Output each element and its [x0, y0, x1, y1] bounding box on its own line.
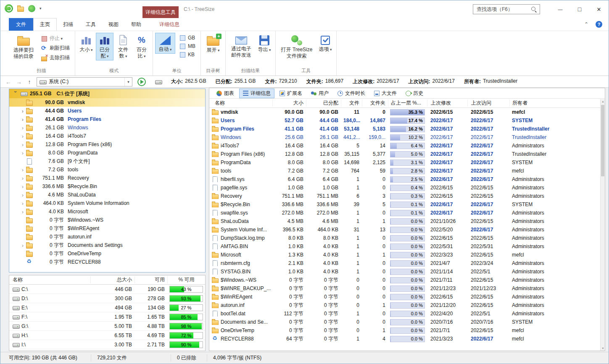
col-drive-total[interactable]: 总大小 — [90, 276, 134, 283]
tab-help[interactable]: 帮助 — [125, 18, 148, 31]
scrollbar-thumb[interactable] — [601, 105, 604, 176]
maximize-button[interactable] — [570, 0, 589, 18]
tab-file[interactable]: 文件 — [9, 18, 33, 31]
table-row[interactable]: OneDriveTemp0 字节0 字节010.0 %2021/7/12022/… — [209, 326, 605, 335]
tree-item[interactable]: 16.4 GBi4Tools7 — [9, 132, 205, 140]
expand-icon[interactable] — [19, 183, 26, 190]
unit-mb-button[interactable]: MB — [177, 43, 198, 50]
drive-row[interactable]: G:\5.00 TB4.88 TB98 % — [9, 322, 205, 331]
tab-view[interactable]: 视图 — [102, 18, 125, 31]
tab-details[interactable]: 详细信息 — [239, 89, 274, 98]
table-row[interactable]: pagefile.sys1.0 GB1.0 GB100.4 %2022/6/15… — [209, 183, 605, 192]
table-row[interactable]: RECYCLER8864 字节0 字节140.0 %2021/3/232022/… — [209, 335, 605, 343]
vertical-scrollbar[interactable] — [600, 99, 605, 351]
expand-icon[interactable] — [19, 116, 26, 123]
tree-item[interactable]: 0 字节$WinREAgent — [9, 224, 205, 233]
collapse-ribbon-icon[interactable] — [580, 18, 593, 31]
col-folders[interactable]: 文件夹 — [362, 100, 388, 107]
tree-item[interactable]: 8.0 GBProgramData — [9, 149, 205, 157]
tree-item[interactable]: 90.0 GBvmdisk — [9, 98, 205, 107]
tab-history[interactable]: 历史 — [402, 89, 427, 98]
tree-item[interactable]: 0 字节Documents and Settings — [9, 241, 205, 249]
tree-item[interactable]: 0 字节RECYCLER88 — [9, 258, 205, 266]
expand-icon[interactable] — [19, 167, 26, 173]
tree-item[interactable]: 7.6 GB[9 个文件] — [9, 157, 205, 165]
expand-icon[interactable] — [19, 133, 26, 139]
mode-allocated-button[interactable]: 已分配 — [96, 33, 113, 60]
expand-icon[interactable] — [19, 108, 26, 114]
mode-size-button[interactable]: 大小 — [77, 33, 95, 54]
drive-selector[interactable]: 系统 (C:) — [37, 77, 132, 86]
table-row[interactable]: $Recycle.Bin336.6 MB336.6 MB3950.1 %2022… — [209, 200, 605, 209]
table-row[interactable]: bootTel.dat112 字节0 字节100.0 %2022/4/20202… — [209, 309, 605, 318]
table-row[interactable]: AMTAG.BIN1.0 KB4.0 KB100.0 %2022/5/31202… — [209, 242, 605, 251]
export-button[interactable]: 导出 — [256, 33, 273, 54]
expand-icon[interactable] — [19, 141, 26, 148]
qat-folder-icon[interactable] — [17, 5, 24, 11]
table-row[interactable]: Microsoft1.3 KB4.0 KB110.0 %2022/3/23202… — [209, 251, 605, 259]
remove-scan-button[interactable]: 去除扫描 — [38, 54, 72, 62]
unit-auto-button[interactable]: 自动 — [155, 33, 175, 54]
table-row[interactable]: $WINRE_BACKUP_...0 字节0 字节000.0 %2021/12/… — [209, 284, 605, 293]
col-owner[interactable]: 所有者 — [509, 100, 605, 107]
mode-filecount-button[interactable]: 文件数 — [114, 33, 132, 60]
tab-chart[interactable]: 图表 — [213, 89, 238, 98]
tab-scan[interactable]: 扫描 — [57, 18, 79, 31]
drive-row[interactable]: F:\1.95 TB1.65 TB85 % — [9, 312, 205, 322]
expand-icon[interactable] — [19, 125, 26, 131]
collapse-icon[interactable] — [13, 91, 19, 97]
tab-details-contextual[interactable]: 详细信息 — [153, 18, 186, 31]
tree-item[interactable]: 0 字节OneDriveTemp — [9, 249, 205, 258]
mode-percent-button[interactable]: % 百分比 — [133, 33, 150, 60]
tab-users[interactable]: 用户 — [307, 89, 332, 98]
tree-item[interactable]: 12.8 GBProgram Files (x86) — [9, 140, 205, 149]
tree-item[interactable]: 41.4 GBProgram Files — [9, 115, 205, 123]
drive-row[interactable]: H:\6.55 TB4.69 TB72 % — [9, 331, 205, 340]
tab-file-age[interactable]: 文件时长 — [334, 89, 369, 98]
expand-icon[interactable] — [19, 192, 26, 198]
tree-item[interactable]: 26.1 GBWindows — [9, 123, 205, 132]
drive-row[interactable]: D:\300 GB278 GB93 % — [9, 294, 205, 303]
col-last-modified[interactable]: 上次修改 — [427, 100, 467, 107]
refresh-scan-button[interactable]: 刷新扫描 — [38, 44, 72, 52]
table-row[interactable]: tools7.2 GB7.2 GB764592.8 %2022/6/172022… — [209, 167, 605, 175]
col-drive-free[interactable]: 可用 — [134, 276, 167, 283]
search-input[interactable] — [473, 6, 531, 12]
tree-item[interactable]: 7.2 GBtools — [9, 165, 205, 174]
tab-home[interactable]: 主页 — [33, 18, 57, 31]
table-row[interactable]: ProgramData8.0 GB8.0 GB14,6982,1253.1 %2… — [209, 158, 605, 167]
forward-icon[interactable] — [14, 79, 24, 85]
col-files[interactable]: 文件 — [341, 100, 362, 107]
table-row[interactable]: $Windows.~WS0 字节0 字节000.0 %2021/7/112022… — [209, 276, 605, 284]
tab-tools[interactable]: 工具 — [79, 18, 102, 31]
close-button[interactable] — [589, 0, 609, 18]
table-row[interactable]: System Volume Inf...396.5 KB464.0 KB3113… — [209, 225, 605, 234]
col-size[interactable]: 大小 — [272, 100, 306, 107]
tree-item[interactable]: 336.6 MB$Recycle.Bin — [9, 182, 205, 191]
tree-item[interactable]: 0 字节$Windows.~WS — [9, 216, 205, 224]
unit-kb-button[interactable]: KB — [177, 51, 198, 58]
tree-item[interactable]: 44.4 GBUsers — [9, 107, 205, 115]
col-drive-percent-free[interactable]: % 可用 — [167, 276, 205, 283]
expand-icon[interactable] — [19, 150, 26, 156]
expand-icon[interactable] — [19, 175, 26, 181]
table-row[interactable]: ShaLouData4.5 MB4.6 MB110.0 %2021/10/262… — [209, 217, 605, 225]
col-drive-name[interactable]: 名称 — [9, 276, 90, 283]
select-scan-directory-button[interactable]: 选择要扫描的目录 — [10, 33, 37, 61]
col-last-accessed[interactable]: 上次访问 — [467, 100, 509, 107]
tree-item[interactable]: 0 字节autorun.inf — [9, 233, 205, 241]
tree-item[interactable]: 4.6 MBShaLouData — [9, 191, 205, 199]
table-row[interactable]: Documents and Se...0 字节0 字节000.0 %2020/7… — [209, 318, 605, 326]
table-row[interactable]: Recovery751.1 MB751.1 MB630.3 %2022/6/15… — [209, 192, 605, 200]
tab-extensions[interactable]: 扩展名 — [276, 89, 306, 98]
stop-scan-button[interactable]: 停止 — [38, 34, 72, 42]
table-row[interactable]: SYSTAG.BIN1.0 KB4.0 KB100.0 %2021/1/1420… — [209, 267, 605, 276]
expand-button[interactable]: 展开 — [203, 33, 223, 55]
table-row[interactable]: DumpStack.log.tmp8.0 KB8.0 KB100.0 %2022… — [209, 234, 605, 242]
table-row[interactable]: hiberfil.sys6.4 GB6.4 GB102.5 %2022/6/17… — [209, 175, 605, 183]
options-button[interactable]: 选项 — [316, 33, 334, 54]
table-row[interactable]: swapfile.sys272.0 MB272.0 MB100.1 %2022/… — [209, 209, 605, 217]
back-icon[interactable] — [4, 79, 13, 85]
search-box[interactable] — [473, 4, 540, 14]
table-row[interactable]: Windows25.6 GB26.1 GB441,2...159,0...10.… — [209, 133, 605, 141]
